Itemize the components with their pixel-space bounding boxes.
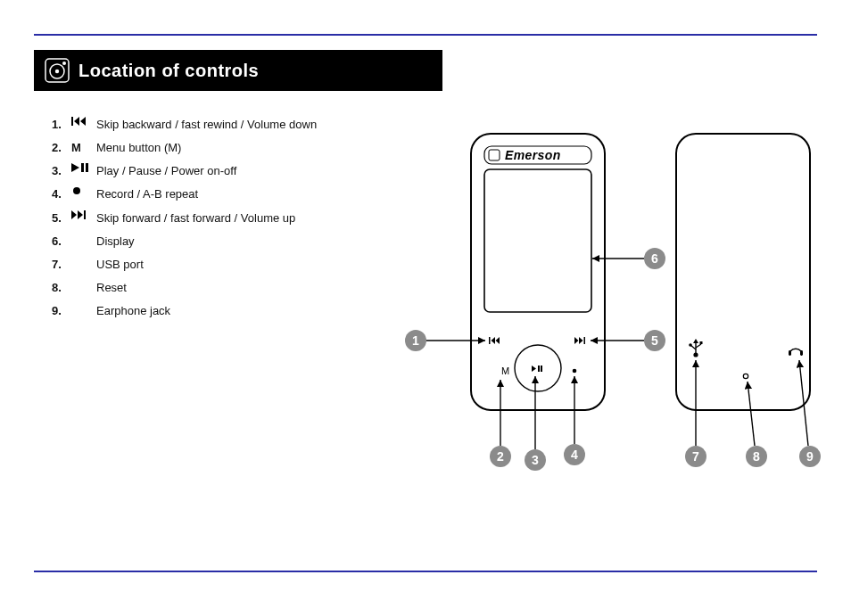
svg-rect-16	[489, 150, 500, 160]
legend-num: 4.	[52, 185, 71, 203]
legend-text: Reset	[96, 279, 391, 297]
svg-point-10	[73, 187, 80, 194]
prev-icon	[71, 116, 96, 127]
legend-row: 4. Record / A-B repeat	[52, 185, 391, 203]
svg-text:6: 6	[651, 251, 658, 266]
section-header: Location of controls	[34, 50, 442, 91]
svg-marker-7	[71, 163, 79, 172]
svg-point-31	[689, 343, 692, 347]
svg-marker-5	[74, 117, 79, 126]
legend-num: 7.	[52, 256, 71, 274]
svg-marker-6	[80, 117, 86, 126]
legend-text: Skip forward / fast forward / Volume up	[96, 209, 391, 227]
svg-text:3: 3	[532, 453, 539, 467]
svg-marker-11	[71, 210, 77, 219]
legend-num: 5.	[52, 209, 71, 227]
brand-label: Emerson	[505, 148, 561, 162]
legend-text: Earphone jack	[96, 302, 391, 320]
legend-num: 6.	[52, 233, 71, 251]
legend-num: 9.	[52, 302, 71, 320]
legend-row: 3. Play / Pause / Power on-off	[52, 162, 391, 180]
legend-row: 1. Skip backward / fast rewind / Volume …	[52, 116, 391, 134]
svg-rect-33	[700, 341, 703, 344]
device-front: Emerson	[471, 134, 605, 410]
svg-rect-34	[789, 350, 791, 356]
record-dot-button	[573, 369, 577, 374]
legend-row: 5. Skip forward / fast forward / Volume …	[52, 209, 391, 227]
legend-num: 8.	[52, 279, 71, 297]
svg-text:9: 9	[806, 449, 814, 464]
svg-point-3	[62, 62, 66, 65]
legend-text: Menu button (M)	[96, 139, 391, 157]
menu-m-icon: M	[71, 139, 96, 157]
section-title: Location of controls	[78, 61, 259, 81]
svg-marker-12	[78, 210, 83, 219]
svg-rect-4	[71, 117, 73, 126]
controls-legend: 1. Skip backward / fast rewind / Volume …	[52, 116, 391, 325]
legend-row: 2. M Menu button (M)	[52, 139, 391, 157]
legend-num: 1.	[52, 116, 71, 134]
svg-rect-24	[538, 365, 540, 372]
top-rule	[34, 34, 817, 36]
play-pause-icon	[71, 162, 96, 173]
svg-rect-8	[81, 163, 84, 172]
legend-row: 8. Reset	[52, 279, 391, 297]
svg-point-2	[55, 70, 59, 73]
svg-text:4: 4	[571, 448, 578, 462]
manual-page: Location of controls 1. Skip backward / …	[0, 0, 851, 616]
legend-row: 6. Display	[52, 233, 391, 251]
legend-text: Record / A-B repeat	[96, 185, 391, 203]
svg-rect-9	[86, 163, 88, 172]
svg-text:5: 5	[651, 333, 658, 348]
svg-rect-25	[541, 365, 542, 372]
record-dot-icon	[71, 185, 96, 196]
svg-text:7: 7	[692, 449, 699, 464]
next-icon	[71, 209, 96, 220]
bottom-rule	[34, 571, 817, 572]
legend-num: 3.	[52, 162, 71, 180]
device-diagram: Emerson	[400, 107, 828, 553]
svg-rect-13	[84, 210, 86, 219]
legend-num: 2.	[52, 139, 71, 157]
svg-text:8: 8	[753, 449, 760, 464]
legend-text: Skip backward / fast rewind / Volume dow…	[96, 116, 391, 134]
section-icon	[45, 58, 70, 83]
legend-row: 9. Earphone jack	[52, 302, 391, 320]
svg-rect-35	[800, 350, 803, 356]
svg-text:1: 1	[412, 333, 419, 348]
svg-text:2: 2	[497, 449, 504, 464]
display-area	[484, 169, 591, 312]
menu-m-button: M	[501, 365, 509, 376]
legend-text: Display	[96, 233, 391, 251]
svg-rect-17	[489, 337, 491, 344]
legend-text: Play / Pause / Power on-off	[96, 162, 391, 180]
svg-rect-22	[584, 337, 586, 344]
legend-row: 7. USB port	[52, 256, 391, 274]
legend-text: USB port	[96, 256, 391, 274]
